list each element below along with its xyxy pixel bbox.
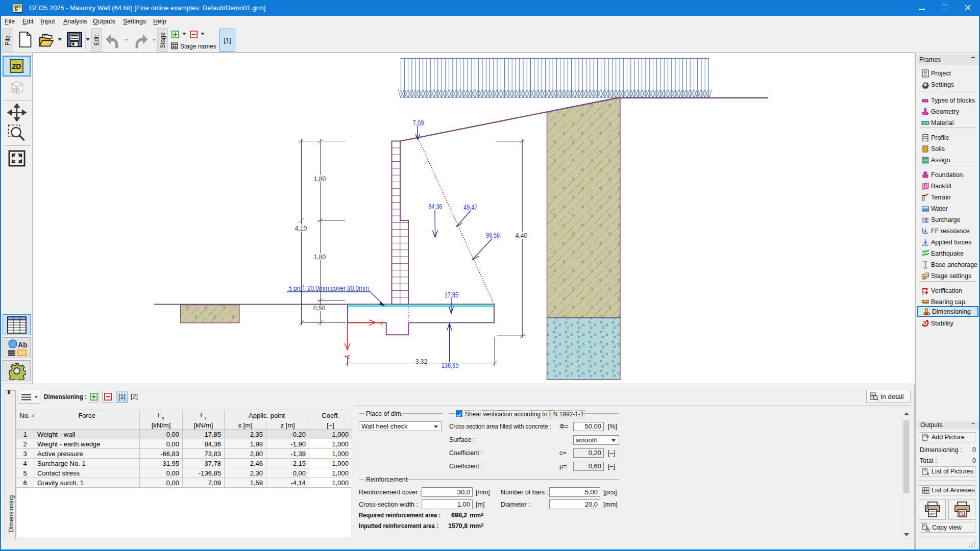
svg-text:84,36: 84,36 <box>428 202 442 211</box>
svg-text:+z: +z <box>345 353 350 360</box>
svg-text:+x: +x <box>378 319 383 327</box>
svg-text:7,09: 7,09 <box>413 118 424 127</box>
svg-text:4,40: 4,40 <box>516 232 528 239</box>
svg-text:3D: 3D <box>12 87 19 93</box>
svg-text:3,32: 3,32 <box>415 358 428 365</box>
svg-text:2: 2 <box>926 272 928 277</box>
svg-text:1,80: 1,80 <box>314 175 326 183</box>
svg-text:17,85: 17,85 <box>445 290 458 299</box>
svg-text:5: 5 <box>15 7 18 12</box>
svg-text:99,58: 99,58 <box>486 231 500 239</box>
svg-text:4,10: 4,10 <box>295 224 307 232</box>
svg-text:136,85: 136,85 <box>442 361 459 369</box>
svg-text:0,50: 0,50 <box>313 304 326 312</box>
svg-text:Ab: Ab <box>18 341 28 349</box>
svg-text:1,80: 1,80 <box>314 253 326 261</box>
svg-text:5 prof. 20,0mm,cover 30,0mm: 5 prof. 20,0mm,cover 30,0mm <box>288 284 369 292</box>
svg-text:49,47: 49,47 <box>463 203 477 211</box>
